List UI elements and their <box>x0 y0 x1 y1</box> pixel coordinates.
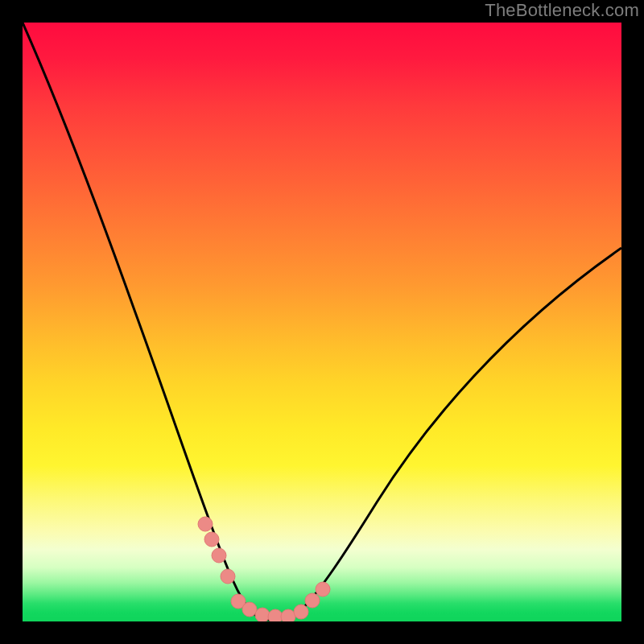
bottleneck-curve <box>23 23 621 620</box>
svg-point-7 <box>268 609 283 621</box>
svg-point-9 <box>294 605 308 619</box>
bottom-pink-marker <box>231 594 308 621</box>
svg-point-3 <box>221 569 235 584</box>
svg-point-1 <box>204 532 219 547</box>
svg-point-0 <box>198 517 213 531</box>
right-pink-marker <box>305 582 330 608</box>
plot-area <box>23 23 621 621</box>
svg-point-11 <box>316 582 330 597</box>
watermark-text: TheBottleneck.com <box>485 0 639 21</box>
curve-svg <box>23 23 621 621</box>
svg-point-6 <box>255 608 270 621</box>
chart-frame: TheBottleneck.com <box>0 0 644 644</box>
svg-point-8 <box>281 609 295 621</box>
svg-point-5 <box>242 602 257 617</box>
svg-point-10 <box>305 593 320 608</box>
svg-point-2 <box>212 548 226 563</box>
left-pink-marker <box>198 517 235 584</box>
